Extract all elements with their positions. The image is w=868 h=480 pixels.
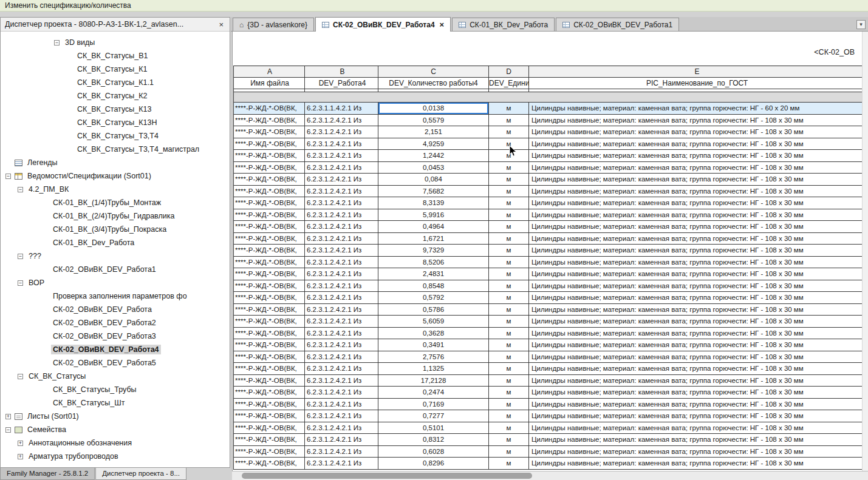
tree-item[interactable]: +Арматура трубопроводов [1, 450, 230, 463]
cell-b[interactable]: 6.2.3.1.2.4.2.1 Из [305, 339, 378, 351]
column-header[interactable]: DEV_Работа4 [305, 78, 378, 89]
cell-d[interactable]: м [489, 162, 529, 174]
tree-item[interactable]: СК_ВК_Статусы_К13 [1, 103, 230, 116]
cell-e[interactable]: Цилиндры навивные; материал: каменная ва… [529, 186, 863, 198]
tree-item[interactable]: СК-02_ОВиВК_DEV_Работа [1, 303, 230, 316]
cell-c[interactable]: 0,8312 [378, 434, 489, 446]
cell-a[interactable]: ****-Р-ЖД-*-ОВ(ВК, [234, 351, 305, 363]
column-letter[interactable]: B [305, 66, 378, 78]
cell-e[interactable]: Цилиндры навивные; материал: каменная ва… [529, 126, 863, 138]
view-tab[interactable]: СК-02_ОВиВК_DEV_Работа4× [315, 17, 451, 32]
cell-c[interactable]: 0,6028 [378, 446, 489, 458]
cell-c[interactable]: 0,7277 [378, 410, 489, 422]
cell-d[interactable]: м [489, 257, 529, 269]
cell-c[interactable]: 0,5792 [378, 292, 489, 304]
cell-c[interactable]: 0,4964 [378, 221, 489, 233]
collapse-icon[interactable]: − [18, 374, 23, 379]
cell-a[interactable]: ****-Р-ЖД-*-ОВ(ВК, [234, 410, 305, 422]
project-browser-titlebar[interactable]: Диспетчер проекта - 8080-Р-А3-1-ВК-1,2_a… [1, 18, 230, 32]
cell-c[interactable]: 0,3628 [378, 328, 489, 340]
tree-item[interactable]: Легенды [1, 156, 230, 169]
cell-b[interactable]: 6.2.3.1.2.4.2.1 Из [305, 458, 378, 470]
cell-a[interactable]: ****-Р-ЖД-*-ОВ(ВК, [234, 150, 305, 162]
tree-item[interactable]: СК-02_ОВиВК_DEV_Работа5 [1, 356, 230, 370]
tree-item[interactable]: СК-02_ОВиВК_DEV_Работа1 [1, 263, 230, 276]
panel-tab[interactable]: Family Manager - 25.8.1.2 [0, 468, 95, 480]
tree-item[interactable]: СК-02_ОВиВК_DEV_Работа3 [1, 330, 230, 343]
close-icon[interactable]: × [217, 20, 225, 29]
cell-d[interactable]: м [489, 280, 529, 292]
cell-c[interactable]: 0,5786 [378, 304, 489, 316]
cell-e[interactable]: Цилиндры навивные; материал: каменная ва… [529, 162, 863, 174]
tree-item[interactable]: СК-02_ОВиВК_DEV_Работа4 [1, 343, 230, 356]
view-tab[interactable]: СК-01_ВК_Dev_Работа [452, 18, 555, 31]
cell-d[interactable]: м [489, 399, 529, 411]
cell-e[interactable]: Цилиндры навивные; материал: каменная ва… [529, 150, 863, 162]
cell-b[interactable]: 6.2.3.1.2.4.2.1 Из [305, 245, 378, 257]
cell-e[interactable]: Цилиндры навивные; материал: каменная ва… [529, 103, 863, 115]
tab-options-button[interactable]: ▾ [856, 20, 866, 29]
tree-item[interactable]: СК_ВК_Статусы_К2 [1, 89, 230, 103]
tree-item[interactable]: −Семейства [1, 423, 230, 436]
cell-a[interactable]: ****-Р-ЖД-*-ОВ(ВК, [234, 138, 305, 150]
cell-b[interactable]: 6.2.3.1.2.4.2.1 Из [305, 434, 378, 446]
cell-d[interactable]: м [489, 316, 529, 328]
tree-item[interactable]: СК_ВК_Статусы_К1 [1, 63, 230, 76]
cell-d[interactable]: м [489, 458, 529, 470]
cell-c[interactable]: 2,4831 [378, 268, 489, 280]
cell-c[interactable]: 2,151 [378, 126, 489, 138]
cell-d[interactable]: м [489, 233, 529, 245]
cell-a[interactable]: ****-Р-ЖД-*-ОВ(ВК, [234, 434, 305, 446]
tree-item[interactable]: −3D виды [1, 36, 230, 49]
view-tab[interactable]: СК-02_ОВиВК_DEV_Работа1 [556, 18, 679, 31]
tree-item[interactable]: СК-01_ВК_Dev_Работа [1, 236, 230, 249]
column-header[interactable]: DEV_Количество работы4 [378, 78, 489, 89]
expand-icon[interactable]: + [18, 441, 23, 446]
cell-e[interactable]: Цилиндры навивные; материал: каменная ва… [529, 387, 863, 399]
cell-a[interactable]: ****-Р-ЖД-*-ОВ(ВК, [234, 363, 305, 375]
cell-d[interactable]: м [489, 268, 529, 280]
column-header[interactable]: PIC_Наименование_по_ГОСТ [529, 78, 863, 89]
cell-c[interactable]: 9,7329 [378, 245, 489, 257]
cell-c[interactable]: 5,6059 [378, 316, 489, 328]
cell-a[interactable]: ****-Р-ЖД-*-ОВ(ВК, [234, 328, 305, 340]
cell-d[interactable]: м [489, 138, 529, 150]
tree-item[interactable]: +Аннотационные обозначения [1, 436, 230, 450]
collapse-icon[interactable]: − [54, 40, 60, 46]
tree-item[interactable]: −??? [1, 249, 230, 263]
cell-c[interactable]: 0,084 [378, 174, 489, 186]
cell-d[interactable]: м [489, 339, 529, 351]
cell-c[interactable]: 0,0138 [378, 103, 489, 115]
cell-e[interactable]: Цилиндры навивные; материал: каменная ва… [529, 280, 863, 292]
cell-d[interactable]: м [489, 387, 529, 399]
cell-c[interactable]: 0,5579 [378, 115, 489, 127]
cell-c[interactable]: 4,9259 [378, 138, 489, 150]
tree-item[interactable]: −ВОР [1, 276, 230, 289]
column-letter[interactable]: A [234, 66, 305, 78]
cell-b[interactable]: 6.2.3.1.2.4.2.1 Из [305, 233, 378, 245]
cell-b[interactable]: 6.2.3.1.2.4.2.1 Из [305, 387, 378, 399]
cell-b[interactable]: 6.2.3.1.2.4.2.1 Из [305, 186, 378, 198]
view-tab[interactable]: ⌂{3D - avlasenkore} [233, 18, 314, 31]
cell-a[interactable]: ****-Р-ЖД-*-ОВ(ВК, [234, 245, 305, 257]
tree-item[interactable]: СК-01_ВК_(1/4)Трубы_Монтаж [1, 196, 230, 209]
cell-c[interactable]: 1,2442 [378, 150, 489, 162]
cell-d[interactable]: м [489, 328, 529, 340]
cell-b[interactable]: 6.2.3.1.2.4.2.1 Из [305, 221, 378, 233]
cell-c[interactable]: 1,1325 [378, 363, 489, 375]
cell-a[interactable]: ****-Р-ЖД-*-ОВ(ВК, [234, 197, 305, 209]
cell-d[interactable]: м [489, 126, 529, 138]
panel-tab[interactable]: Диспетчер проекта - 8... [95, 468, 186, 480]
cell-a[interactable]: ****-Р-ЖД-*-ОВ(ВК, [234, 339, 305, 351]
cell-b[interactable]: 6.2.3.1.2.4.2.1 Из [305, 363, 378, 375]
cell-d[interactable]: м [489, 375, 529, 387]
cell-e[interactable]: Цилиндры навивные; материал: каменная ва… [529, 268, 863, 280]
cell-a[interactable]: ****-Р-ЖД-*-ОВ(ВК, [234, 458, 305, 470]
cell-d[interactable]: м [489, 245, 529, 257]
cell-e[interactable]: Цилиндры навивные; материал: каменная ва… [529, 434, 863, 446]
expand-icon[interactable]: + [5, 414, 11, 419]
cell-e[interactable]: Цилиндры навивные; материал: каменная ва… [529, 221, 863, 233]
column-header[interactable]: DEV_Едини [489, 78, 529, 89]
cell-c[interactable]: 0,5101 [378, 422, 489, 434]
cell-d[interactable]: м [489, 115, 529, 127]
